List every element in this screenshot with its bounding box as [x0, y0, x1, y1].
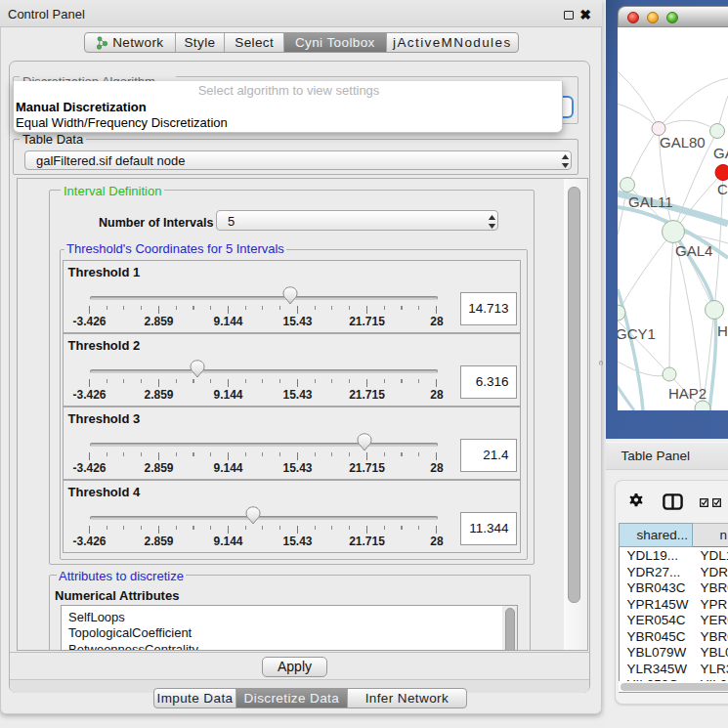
svg-text:GAL80: GAL80	[660, 134, 706, 150]
svg-text:GAL11: GAL11	[628, 193, 673, 210]
svg-text:C: C	[717, 181, 728, 197]
svg-text:H: H	[717, 322, 728, 339]
svg-text:GAL4: GAL4	[675, 242, 712, 259]
svg-text:HAP2: HAP2	[668, 385, 707, 402]
svg-text:GCY1: GCY1	[618, 325, 656, 342]
svg-text:GA: GA	[713, 145, 728, 161]
